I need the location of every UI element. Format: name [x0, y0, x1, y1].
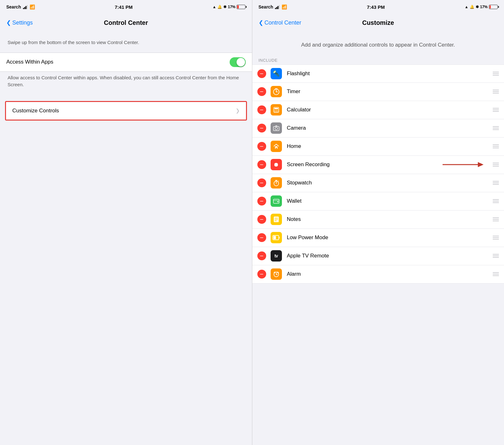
control-name-home: Home — [287, 143, 490, 149]
svg-rect-15 — [276, 148, 277, 149]
customize-header: Add and organize additional controls to … — [252, 31, 504, 55]
drag-handle-wallet[interactable] — [493, 199, 499, 203]
left-carrier: Search — [6, 4, 21, 9]
app-icon-calculator — [271, 104, 282, 115]
control-name-camera: Camera — [287, 125, 490, 131]
control-row: −Home — [252, 138, 504, 156]
toggle-description: Allow access to Control Center within ap… — [0, 74, 252, 95]
svg-point-6 — [274, 110, 275, 111]
app-icon-home — [271, 141, 282, 152]
battery-icon-right — [489, 5, 498, 9]
svg-marker-17 — [478, 162, 484, 167]
control-row: −Low Power Mode — [252, 229, 504, 247]
right-nav-title: Customize — [362, 19, 394, 26]
remove-button-home[interactable]: − — [257, 142, 266, 151]
remove-button-stopwatch[interactable]: − — [257, 178, 266, 187]
drag-handle-home[interactable] — [493, 144, 499, 148]
right-battery-area: ▲ 🔔 ✱ 17% — [465, 5, 498, 9]
access-within-apps-row: Access Within Apps — [0, 53, 252, 71]
remove-button-low-power-mode[interactable]: − — [257, 233, 266, 242]
svg-point-11 — [277, 111, 278, 112]
signal-icon — [23, 5, 28, 9]
app-icon-apple-tv-remote: tv — [271, 250, 282, 262]
control-row: −Stopwatch — [252, 174, 504, 192]
svg-point-13 — [275, 127, 278, 130]
access-within-apps-group: Access Within Apps — [0, 53, 252, 72]
battery-icon-left — [237, 5, 245, 9]
drag-handle-camera[interactable] — [493, 126, 499, 130]
drag-handle-screen-recording[interactable] — [493, 163, 499, 166]
svg-point-8 — [277, 110, 278, 111]
left-back-button[interactable]: ❮ Settings — [6, 19, 33, 26]
control-row: −Alarm — [252, 265, 504, 284]
app-icon-screen-recording: ⏺ — [271, 159, 282, 170]
battery-fill-left — [237, 5, 238, 8]
screen-recording-arrow — [443, 161, 484, 168]
remove-button-camera[interactable]: − — [257, 124, 266, 132]
control-name-alarm: Alarm — [287, 271, 490, 277]
right-panel: Search 📶 7:43 PM ▲ 🔔 ✱ 17% ❮ Control Cen… — [252, 0, 504, 445]
control-row: −Calculator — [252, 101, 504, 119]
control-name-wallet: Wallet — [287, 198, 490, 204]
right-carrier: Search — [259, 4, 273, 9]
remove-button-notes[interactable]: − — [257, 215, 266, 224]
left-back-label: Settings — [12, 20, 33, 26]
remove-button-timer[interactable]: − — [257, 87, 266, 96]
drag-handle-stopwatch[interactable] — [493, 181, 499, 185]
include-section-label: INCLUDE — [252, 55, 504, 65]
svg-rect-25 — [277, 201, 278, 202]
remove-button-alarm[interactable]: − — [257, 270, 266, 279]
right-carrier-info: Search 📶 — [259, 4, 287, 9]
control-row: −Notes — [252, 211, 504, 229]
right-status-bar: Search 📶 7:43 PM ▲ 🔔 ✱ 17% — [252, 0, 504, 14]
svg-rect-31 — [273, 236, 276, 239]
control-list: −🔦Flashlight−Timer−Calculator−Camera−Hom… — [252, 65, 504, 284]
right-time: 7:43 PM — [367, 4, 385, 10]
right-location-icon: ▲ — [465, 5, 468, 9]
control-row: −tvApple TV Remote — [252, 247, 504, 265]
remove-button-apple-tv-remote[interactable]: − — [257, 251, 266, 260]
left-content: Swipe up from the bottom of the screen t… — [0, 31, 252, 445]
svg-rect-23 — [273, 199, 279, 203]
right-back-button[interactable]: ❮ Control Center — [259, 19, 301, 26]
right-back-chevron-icon: ❮ — [259, 19, 263, 26]
drag-handle-timer[interactable] — [493, 90, 499, 93]
drag-handle-low-power-mode[interactable] — [493, 236, 499, 239]
svg-point-9 — [274, 111, 275, 112]
left-time: 7:41 PM — [115, 4, 133, 10]
left-description: Swipe up from the bottom of the screen t… — [0, 39, 252, 53]
svg-rect-32 — [279, 237, 280, 239]
drag-handle-calculator[interactable] — [493, 108, 499, 112]
left-nav-bar: ❮ Settings Control Center — [0, 14, 252, 31]
app-icon-stopwatch — [271, 177, 282, 189]
app-icon-alarm — [271, 268, 282, 280]
app-icon-camera — [271, 122, 282, 134]
svg-rect-24 — [273, 200, 279, 201]
location-icon: ▲ — [213, 5, 216, 9]
app-icon-low-power-mode — [271, 232, 282, 243]
left-nav-title: Control Center — [104, 19, 148, 26]
left-status-bar: Search 📶 7:41 PM ▲ 🔔 ✱ 17% — [0, 0, 252, 14]
right-alarm-icon: 🔔 — [470, 5, 474, 9]
control-name-stopwatch: Stopwatch — [287, 180, 490, 186]
drag-handle-notes[interactable] — [493, 217, 499, 221]
right-content: Add and organize additional controls to … — [252, 31, 504, 445]
customize-controls-group: Customize Controls ❯ — [5, 101, 247, 121]
control-name-flashlight: Flashlight — [287, 70, 490, 77]
drag-handle-flashlight[interactable] — [493, 72, 499, 76]
remove-button-wallet[interactable]: − — [257, 197, 266, 206]
control-row: −Camera — [252, 119, 504, 138]
customize-controls-row[interactable]: Customize Controls ❯ — [6, 102, 246, 120]
svg-rect-5 — [274, 108, 278, 109]
back-chevron-icon: ❮ — [6, 19, 11, 26]
wifi-icon: 📶 — [30, 4, 35, 9]
access-within-apps-toggle[interactable] — [230, 57, 246, 67]
remove-button-flashlight[interactable]: − — [257, 69, 266, 78]
control-row: −🔦Flashlight — [252, 65, 504, 83]
remove-button-calculator[interactable]: − — [257, 105, 266, 114]
remove-button-screen-recording[interactable]: − — [257, 160, 266, 169]
battery-percent-left: 17% — [228, 5, 235, 9]
drag-handle-alarm[interactable] — [493, 272, 499, 276]
svg-line-22 — [278, 181, 279, 182]
drag-handle-apple-tv-remote[interactable] — [493, 254, 499, 258]
